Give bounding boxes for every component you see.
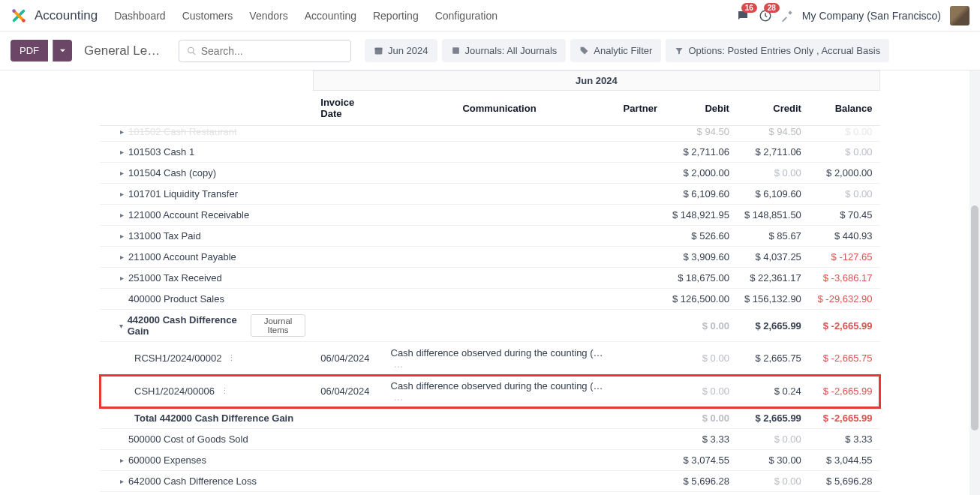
table-row[interactable]: ▸101502 Cash Restaurant$ 94.50$ 94.50$ 0… [100,126,880,142]
debit-cell: $ 0.00 [665,310,737,342]
caret-right-icon[interactable]: ▸ [118,456,125,464]
balance-cell: $ 440.93 [809,226,880,247]
table-row[interactable]: ▸131000 Tax Paid$ 526.60$ 85.67$ 440.93 [100,226,880,247]
app-name[interactable]: Accounting [35,8,98,23]
journal-items-button[interactable]: Journal Items [251,314,306,337]
debit-cell: $ 3,909.60 [665,247,737,268]
caret-right-icon[interactable]: ▸ [118,274,125,282]
messages-button[interactable]: 16 [736,9,750,22]
ellipsis-icon: … [394,358,404,370]
nav-vendors[interactable]: Vendors [249,10,287,22]
credit-cell: $ 85.67 [737,226,809,247]
col-balance: Balance [809,91,880,126]
book-icon [451,46,461,56]
caret-right-icon[interactable]: ▸ [118,477,125,485]
debit-cell: $ 541.10 [665,492,737,495]
analytic-filter-label: Analytic Filter [594,45,652,56]
table-row[interactable]: ▸101503 Cash 1$ 2,711.06$ 2,711.06$ 0.00 [100,142,880,163]
invoice-date: 06/04/2024 [313,375,383,408]
caret-right-icon[interactable]: ▸ [118,232,125,240]
scrollbar-thumb[interactable] [971,206,978,430]
pdf-dropdown[interactable] [53,40,72,62]
topbar-right: 16 28 My Company (San Francisco) [736,6,969,26]
table-row[interactable]: 500000 Cost of Goods Sold$ 3.33$ 0.00$ 3… [100,429,880,450]
messages-badge: 16 [741,3,757,13]
debit-cell: $ 0.00 [665,375,737,408]
table-row[interactable]: ▸121000 Account Receivable$ 148,921.95$ … [100,205,880,226]
debit-cell: $ 526.60 [665,226,737,247]
table-row[interactable]: RCSH1/2024/00002⋮06/04/2024Cash differen… [100,342,880,375]
balance-cell: $ -29,632.90 [809,289,880,310]
table-row[interactable]: ▸251000 Tax Received$ 18,675.00$ 22,361.… [100,268,880,289]
table-row[interactable]: 400000 Product Sales$ 126,500.00$ 156,13… [100,289,880,310]
page-title: General Led… [84,44,167,58]
table-row[interactable]: ▸211000 Account Payable$ 3,909.60$ 4,037… [100,247,880,268]
debit-cell: $ 126,500.00 [665,289,737,310]
balance-cell: $ 0.00 [809,126,880,142]
credit-cell: $ 0.00 [737,429,809,450]
scrollbar[interactable] [969,70,980,495]
communication-text: Cash difference observed during the coun… [391,347,609,358]
activities-button[interactable]: 28 [759,9,772,22]
row-menu-icon[interactable]: ⋮ [221,386,229,396]
wrench-icon[interactable] [781,10,793,22]
period-header: Jun 2024 [313,71,879,91]
row-menu-icon[interactable]: ⋮ [227,353,236,363]
credit-cell: $ 156,132.90 [737,289,809,310]
nav-reporting[interactable]: Reporting [373,10,419,22]
credit-cell: $ 0.24 [737,375,809,408]
table-row[interactable]: ▸600000 Expenses$ 3,074.55$ 30.00$ 3,044… [100,450,880,471]
funnel-icon [675,46,684,56]
credit-cell: $ 0.00 [737,471,809,492]
search-box[interactable] [179,40,351,62]
balance-cell: $ -127.65 [809,247,880,268]
options-filter[interactable]: Options: Posted Entries Only , Accrual B… [666,39,889,62]
ledger-table: Jun 2024 Invoice Date Communication Part… [100,70,880,495]
journals-filter[interactable]: Journals: All Journals [442,39,567,62]
account-label: 131000 Tax Paid [128,230,201,242]
balance-cell: $ 2,000.00 [809,163,880,184]
analytic-filter[interactable]: Analytic Filter [570,39,661,62]
credit-cell: $ 2,711.06 [737,142,809,163]
table-row[interactable]: 999999 Undistributed Profits/Losses$ 541… [100,492,880,495]
total-label: Total 442000 Cash Difference Gain [134,412,293,424]
period-filter[interactable]: Jun 2024 [365,39,437,62]
move-ref[interactable]: CSH1/2024/00006 [134,386,215,397]
options-filter-label: Options: Posted Entries Only , Accrual B… [688,45,880,56]
caret-right-icon[interactable]: ▸ [118,253,125,261]
caret-down-icon[interactable]: ▾ [118,322,125,330]
balance-cell: $ 0.00 [809,184,880,205]
avatar[interactable] [950,6,969,26]
caret-right-icon[interactable]: ▸ [118,128,125,136]
search-input[interactable] [201,45,343,57]
caret-right-icon[interactable]: ▸ [118,148,125,156]
nav-accounting[interactable]: Accounting [305,10,356,22]
nav-customers[interactable]: Customers [182,10,233,22]
caret-right-icon[interactable]: ▸ [118,169,125,177]
account-label: 211000 Account Payable [128,251,236,262]
company-switcher[interactable]: My Company (San Francisco) [802,10,941,22]
caret-right-icon[interactable]: ▸ [118,211,125,219]
account-label: 500000 Cost of Goods Sold [128,434,248,445]
credit-cell: $ 30.00 [737,450,809,471]
table-row[interactable]: ▸642000 Cash Difference Loss$ 5,696.28$ … [100,471,880,492]
tag-icon [579,46,589,56]
caret-right-icon[interactable]: ▸ [118,190,125,198]
pdf-button[interactable]: PDF [11,40,48,62]
col-invoice-date: Invoice Date [313,91,383,126]
move-ref[interactable]: RCSH1/2024/00002 [134,352,221,364]
table-row[interactable]: CSH1/2024/00006⋮06/04/2024Cash differenc… [100,375,880,408]
account-label: 121000 Account Receivable [128,209,249,220]
nav-dashboard[interactable]: Dashboard [114,10,166,22]
communication-text: Cash difference observed during the coun… [391,380,609,392]
credit-cell: $ 2,665.99 [737,408,809,429]
debit-cell: $ 18,675.00 [665,268,737,289]
account-label: 251000 Tax Received [128,272,222,284]
table-row[interactable]: ▸101504 Cash (copy)$ 2,000.00$ 0.00$ 2,0… [100,163,880,184]
table-row[interactable]: ▾442000 Cash Difference GainJournal Item… [100,310,880,342]
nav-configuration[interactable]: Configuration [435,10,498,22]
table-row[interactable]: ▸101701 Liquidity Transfer$ 6,109.60$ 6,… [100,184,880,205]
search-icon [187,46,197,56]
table-row[interactable]: Total 442000 Cash Difference Gain$ 0.00$… [100,408,880,429]
svg-point-1 [22,19,26,22]
